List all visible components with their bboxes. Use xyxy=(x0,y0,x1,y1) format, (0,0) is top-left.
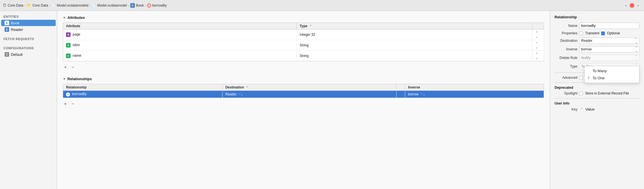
spotlight-row: Spotlight Store in External Record File xyxy=(555,91,639,95)
attr-col-attribute: Attribute xyxy=(63,23,297,29)
default-badge: C xyxy=(5,52,9,57)
remove-relationship-button[interactable]: − xyxy=(70,101,75,107)
optional-label: Optional xyxy=(607,31,620,35)
sidebar-item-default[interactable]: C Default xyxy=(1,51,56,58)
destination-select[interactable]: Reader ⌃⌄ xyxy=(579,38,639,44)
breadcrumb-item-6[interactable]: borrowBy xyxy=(152,3,167,7)
table-row[interactable]: O borrowBy Reader ⌃⌄ borrow ⌃⌄ xyxy=(63,91,544,98)
sort-arrow-attr[interactable]: ⌃ xyxy=(309,25,312,28)
prev-button[interactable]: ‹ xyxy=(623,2,629,9)
add-relationship-button[interactable]: + xyxy=(63,101,68,107)
panel-title: Relationship xyxy=(555,15,639,19)
key-value-row: Key ⌃ Value xyxy=(555,107,639,111)
key-sort-arrow[interactable]: ⌃ xyxy=(580,108,583,111)
dropdown-item-toone[interactable]: To One xyxy=(585,74,639,82)
attributes-section-header: ▼ Attributes xyxy=(63,15,544,20)
sort-arrow-rel[interactable]: ⌃ xyxy=(246,86,248,89)
s-badge-isbm: S xyxy=(66,43,71,48)
breadcrumb-icon-1: 🗒 xyxy=(3,3,7,7)
breadcrumb-sep-2: › xyxy=(49,4,50,7)
destination-value: Reader xyxy=(581,39,592,43)
attr-stepper-isbm[interactable]: ⌃⌄ xyxy=(533,40,544,51)
breadcrumb-icon-2: 📁 xyxy=(27,3,31,7)
next-button[interactable]: › xyxy=(635,2,641,9)
breadcrumb-item-5[interactable]: Book xyxy=(136,3,144,7)
remove-attribute-button[interactable]: − xyxy=(70,65,75,70)
main-layout: ENTITIES E Book E Reader FETCH REQUESTS … xyxy=(0,11,644,189)
type-dropdown-popup: To Many To One xyxy=(584,66,639,83)
table-row[interactable]: S isbm String ⌃⌄ xyxy=(63,40,544,51)
delete-rule-label: Delete Rule xyxy=(555,56,577,60)
optional-checkbox[interactable] xyxy=(601,32,605,35)
breadcrumb-icon-3: 📄 xyxy=(51,3,56,7)
attributes-table: Attribute Type ⌃ N page Integer 32 xyxy=(63,23,544,61)
book-badge: E xyxy=(5,21,9,25)
attributes-table-footer: + − xyxy=(63,64,544,71)
inverse-stepper[interactable]: ⌃⌄ xyxy=(421,93,425,96)
divider-3 xyxy=(555,98,639,99)
relationships-title: Relationships xyxy=(67,77,92,81)
rel-sep xyxy=(397,91,405,98)
breadcrumb-icon-4: 📄 xyxy=(92,3,96,7)
advanced-label: Advanced xyxy=(555,76,577,80)
attr-col-extra xyxy=(533,23,544,29)
dest-stepper[interactable]: ⌃⌄ xyxy=(239,93,243,96)
table-row[interactable]: S name String ⌃⌄ xyxy=(63,51,544,61)
close-button[interactable] xyxy=(630,3,634,8)
sidebar-item-reader[interactable]: E Reader xyxy=(1,26,56,33)
destination-row: Destination Reader ⌃⌄ xyxy=(555,38,639,44)
attr-name-isbm: S isbm xyxy=(63,40,297,51)
table-row[interactable]: N page Integer 32 ⌃⌄ xyxy=(63,29,544,40)
delete-rule-arrow: ⌃⌄ xyxy=(635,55,637,61)
inverse-select-arrow: ⌃⌄ xyxy=(635,46,637,52)
configurations-label: CONFIGURATIONS xyxy=(0,45,57,51)
transient-checkbox[interactable] xyxy=(579,32,583,35)
key-label: Key xyxy=(555,107,577,111)
rel-col-inverse: Inverse xyxy=(405,84,544,91)
value-label: Value xyxy=(585,107,595,111)
sidebar-item-book[interactable]: E Book xyxy=(1,20,56,26)
attributes-toggle[interactable]: ▼ xyxy=(63,16,66,19)
sidebar: ENTITIES E Book E Reader FETCH REQUESTS … xyxy=(0,11,57,189)
toolbar-nav: ‹ › xyxy=(623,2,641,9)
attr-col-type: Type ⌃ xyxy=(297,23,532,29)
breadcrumb-item-2[interactable]: Core Data xyxy=(32,3,48,7)
name-row: Name xyxy=(555,23,639,29)
breadcrumb-sep-3: › xyxy=(89,4,91,7)
index-spotlight-checkbox[interactable] xyxy=(579,76,583,80)
inverse-label: Inverse xyxy=(555,47,577,51)
toolbar: 🗒 Core Data › 📁 Core Data › 📄 Model.xcda… xyxy=(0,0,644,11)
breadcrumb-item-1[interactable]: Core Data xyxy=(8,3,23,7)
relationships-toggle[interactable]: ▼ xyxy=(63,77,66,80)
right-panel: Relationship Name Properties Transient O… xyxy=(550,11,644,189)
user-info-label: User Info xyxy=(555,101,639,105)
s-badge-name: S xyxy=(66,54,71,58)
rel-destination-borrowby: Reader ⌃⌄ xyxy=(222,91,397,98)
breadcrumb-item-4[interactable]: Model.xcdatamodel xyxy=(97,3,127,7)
attr-type-name: String xyxy=(297,51,532,61)
sidebar-label-reader: Reader xyxy=(11,27,23,32)
breadcrumb-sep-1: › xyxy=(25,4,26,7)
attr-type-isbm: String xyxy=(297,40,532,51)
store-external-checkbox[interactable] xyxy=(579,92,583,95)
breadcrumb-sep-5: › xyxy=(145,4,146,7)
deprecated-label: Deprecated xyxy=(555,86,639,90)
relationships-section-header: ▼ Relationships xyxy=(63,77,544,81)
delete-rule-select[interactable]: Nullify ⌃⌄ xyxy=(579,55,639,61)
delete-rule-row: Delete Rule Nullify ⌃⌄ xyxy=(555,55,639,61)
attr-stepper-page[interactable]: ⌃⌄ xyxy=(533,29,544,40)
name-label: Name xyxy=(555,24,577,28)
inverse-select[interactable]: borrow ⌃⌄ xyxy=(579,46,639,52)
content-area: ▼ Attributes Attribute Type ⌃ xyxy=(57,11,550,189)
dropdown-item-tomany[interactable]: To Many xyxy=(585,67,639,74)
rel-col-sep xyxy=(397,84,405,91)
add-attribute-button[interactable]: + xyxy=(63,65,68,70)
rel-col-destination: Destination ⌃ xyxy=(222,84,397,91)
inverse-value: borrow xyxy=(581,47,592,51)
breadcrumb-item-3[interactable]: Model.xcdatamodeld xyxy=(57,3,89,7)
name-input[interactable] xyxy=(579,23,639,29)
breadcrumb-rel-badge: O xyxy=(147,3,151,7)
attr-stepper-name[interactable]: ⌃⌄ xyxy=(533,51,544,61)
relationships-table-footer: + − xyxy=(63,100,544,108)
delete-rule-value: Nullify xyxy=(581,56,591,60)
